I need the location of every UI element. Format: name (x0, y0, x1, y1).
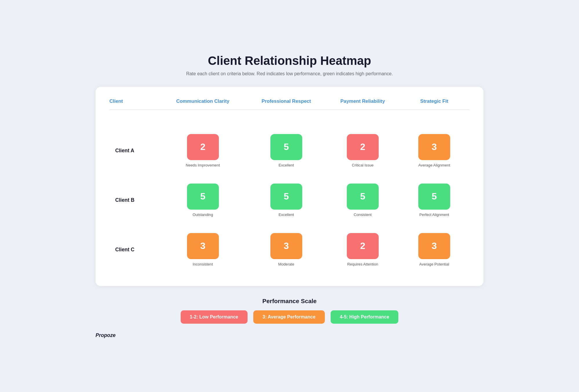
client-name: Client A (109, 126, 160, 175)
score-box: 3 (418, 134, 450, 160)
score-label: Requires Attention (347, 262, 378, 266)
table-header-row: Client Communication Clarity Professiona… (109, 98, 470, 110)
table-row: Client C3Inconsistent3Moderate2Requires … (109, 225, 470, 274)
header-client: Client (109, 98, 160, 110)
cell-wrapper: 3Average Alignment (405, 134, 464, 167)
score-label: Moderate (278, 262, 294, 266)
cell-r1-c3: 5Perfect Alignment (399, 175, 470, 225)
cell-r1-c1: 5Excellent (246, 175, 327, 225)
scale-badge: 3: Average Performance (253, 310, 325, 324)
cell-wrapper: 5Excellent (252, 134, 321, 167)
score-label: Perfect Alignment (419, 213, 449, 217)
cell-wrapper: 5Outstanding (165, 184, 240, 217)
score-box: 2 (347, 134, 379, 160)
score-box: 5 (270, 184, 302, 210)
scale-title: Performance Scale (96, 298, 483, 305)
score-label: Needs Improvement (186, 163, 220, 167)
header-col3: Payment Reliability (327, 98, 399, 110)
cell-r1-c2: 5Consistent (327, 175, 399, 225)
cell-r1-c0: 5Outstanding (160, 175, 246, 225)
score-box: 5 (187, 184, 219, 210)
client-name: Client C (109, 225, 160, 274)
cell-r2-c1: 3Moderate (246, 225, 327, 274)
page-wrapper: Client Relationship Heatmap Rate each cl… (96, 54, 483, 338)
heatmap-table: Client Communication Clarity Professiona… (109, 98, 470, 274)
cell-wrapper: 3Moderate (252, 233, 321, 266)
score-label: Consistent (354, 213, 372, 217)
cell-wrapper: 5Consistent (332, 184, 393, 217)
cell-r2-c2: 2Requires Attention (327, 225, 399, 274)
scale-section: Performance Scale 1-2: Low Performance3:… (96, 298, 483, 324)
score-label: Critical Issue (352, 163, 373, 167)
logo: Propoze (96, 332, 483, 338)
score-label: Average Alignment (418, 163, 450, 167)
cell-wrapper: 2Requires Attention (332, 233, 393, 266)
score-label: Outstanding (193, 213, 213, 217)
score-label: Excellent (278, 163, 294, 167)
cell-r0-c2: 2Critical Issue (327, 126, 399, 175)
cell-r0-c3: 3Average Alignment (399, 126, 470, 175)
header-col2: Professional Respect (246, 98, 327, 110)
cell-r2-c0: 3Inconsistent (160, 225, 246, 274)
cell-r0-c0: 2Needs Improvement (160, 126, 246, 175)
cell-wrapper: 5Excellent (252, 184, 321, 217)
page-title: Client Relationship Heatmap (96, 54, 483, 68)
table-row: Client B5Outstanding5Excellent5Consisten… (109, 175, 470, 225)
score-label: Average Potential (419, 262, 449, 266)
scale-badges: 1-2: Low Performance3: Average Performan… (96, 310, 483, 324)
score-box: 5 (270, 134, 302, 160)
cell-wrapper: 3Average Potential (405, 233, 464, 266)
score-box: 5 (347, 184, 379, 210)
header-col1: Communication Clarity (160, 98, 246, 110)
cell-r2-c3: 3Average Potential (399, 225, 470, 274)
divider-row (109, 109, 470, 126)
scale-badge: 4-5: High Performance (331, 310, 399, 324)
score-box: 2 (347, 233, 379, 259)
cell-wrapper: 3Inconsistent (165, 233, 240, 266)
page-subtitle: Rate each client on criteria below. Red … (96, 71, 483, 76)
cell-r0-c1: 5Excellent (246, 126, 327, 175)
score-box: 3 (187, 233, 219, 259)
scale-badge: 1-2: Low Performance (181, 310, 248, 324)
score-box: 2 (187, 134, 219, 160)
heatmap-card: Client Communication Clarity Professiona… (96, 87, 483, 286)
score-label: Inconsistent (193, 262, 213, 266)
cell-wrapper: 2Needs Improvement (165, 134, 240, 167)
score-box: 5 (418, 184, 450, 210)
divider-cell (109, 109, 470, 126)
header-col4: Strategic Fit (399, 98, 470, 110)
table-row: Client A2Needs Improvement5Excellent2Cri… (109, 126, 470, 175)
score-label: Excellent (278, 213, 294, 217)
client-name: Client B (109, 175, 160, 225)
score-box: 3 (270, 233, 302, 259)
cell-wrapper: 5Perfect Alignment (405, 184, 464, 217)
score-box: 3 (418, 233, 450, 259)
cell-wrapper: 2Critical Issue (332, 134, 393, 167)
